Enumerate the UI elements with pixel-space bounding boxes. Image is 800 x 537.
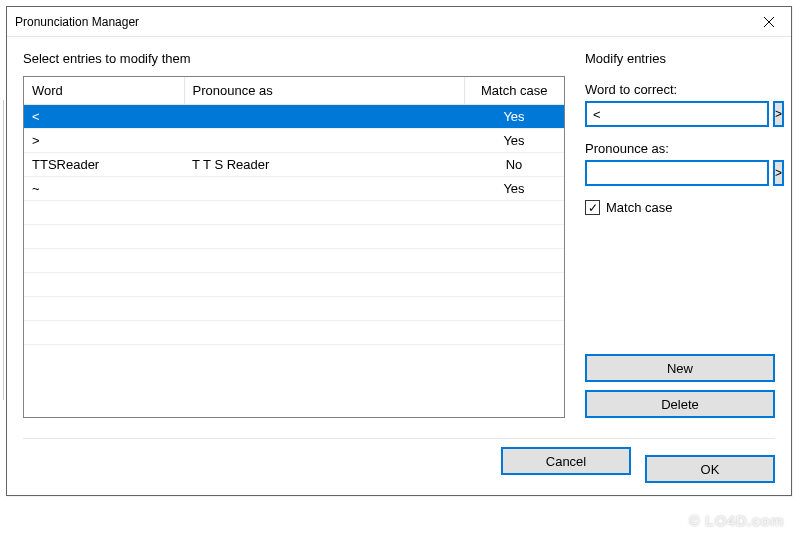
table-row[interactable]: ~Yes bbox=[24, 177, 564, 201]
table-row-empty bbox=[24, 249, 564, 273]
table-header-row[interactable]: Word Pronounce as Match case bbox=[24, 77, 564, 105]
table-row-empty bbox=[24, 297, 564, 321]
pron-field-label: Pronounce as: bbox=[585, 141, 775, 156]
pron-input[interactable] bbox=[585, 160, 769, 186]
pron-more-button[interactable]: > bbox=[773, 160, 784, 186]
right-panel: Modify entries Word to correct: > Pronou… bbox=[585, 51, 775, 418]
cell-matchcase: No bbox=[464, 153, 564, 177]
matchcase-label: Match case bbox=[606, 200, 672, 215]
titlebar[interactable]: Pronunciation Manager bbox=[7, 7, 791, 37]
right-section-label: Modify entries bbox=[585, 51, 775, 66]
client-area: Select entries to modify them Word Prono… bbox=[7, 37, 791, 495]
matchcase-checkbox[interactable]: ✓ bbox=[585, 200, 600, 215]
bottom-button-row: Cancel OK bbox=[23, 438, 775, 483]
cell-pronounce bbox=[184, 177, 464, 201]
cell-word: TTSReader bbox=[24, 153, 184, 177]
chevron-right-icon: > bbox=[775, 166, 782, 180]
col-header-matchcase[interactable]: Match case bbox=[464, 77, 564, 105]
table-row-empty bbox=[24, 321, 564, 345]
cell-word: > bbox=[24, 129, 184, 153]
cell-pronounce bbox=[184, 129, 464, 153]
close-icon bbox=[764, 17, 774, 27]
table-row-empty bbox=[24, 225, 564, 249]
delete-button[interactable]: Delete bbox=[585, 390, 775, 418]
table-row[interactable]: <Yes bbox=[24, 105, 564, 129]
cell-matchcase: Yes bbox=[464, 129, 564, 153]
cell-pronounce: T T S Reader bbox=[184, 153, 464, 177]
ok-button[interactable]: OK bbox=[645, 455, 775, 483]
close-button[interactable] bbox=[747, 7, 791, 37]
word-input[interactable] bbox=[585, 101, 769, 127]
chevron-right-icon: > bbox=[775, 107, 782, 121]
pron-field-row: > bbox=[585, 160, 775, 186]
table-row-empty bbox=[24, 273, 564, 297]
spacer bbox=[585, 215, 775, 354]
dialog-window: Pronunciation Manager Select entries to … bbox=[6, 6, 792, 496]
table-row[interactable]: >Yes bbox=[24, 129, 564, 153]
cell-word: ~ bbox=[24, 177, 184, 201]
entries-table[interactable]: Word Pronounce as Match case <Yes>YesTTS… bbox=[24, 77, 564, 345]
word-more-button[interactable]: > bbox=[773, 101, 784, 127]
upper-area: Select entries to modify them Word Prono… bbox=[23, 51, 775, 418]
word-field-label: Word to correct: bbox=[585, 82, 775, 97]
cell-matchcase: Yes bbox=[464, 105, 564, 129]
table-row-empty bbox=[24, 201, 564, 225]
cell-pronounce bbox=[184, 105, 464, 129]
table-row[interactable]: TTSReaderT T S ReaderNo bbox=[24, 153, 564, 177]
word-field-row: > bbox=[585, 101, 775, 127]
new-button[interactable]: New bbox=[585, 354, 775, 382]
window-title: Pronunciation Manager bbox=[15, 15, 139, 29]
left-section-label: Select entries to modify them bbox=[23, 51, 565, 66]
cell-word: < bbox=[24, 105, 184, 129]
cancel-button[interactable]: Cancel bbox=[501, 447, 631, 475]
col-header-word[interactable]: Word bbox=[24, 77, 184, 105]
cell-matchcase: Yes bbox=[464, 177, 564, 201]
entries-table-container: Word Pronounce as Match case <Yes>YesTTS… bbox=[23, 76, 565, 418]
matchcase-row[interactable]: ✓ Match case bbox=[585, 200, 775, 215]
col-header-pronounce[interactable]: Pronounce as bbox=[184, 77, 464, 105]
left-panel: Select entries to modify them Word Prono… bbox=[23, 51, 565, 418]
